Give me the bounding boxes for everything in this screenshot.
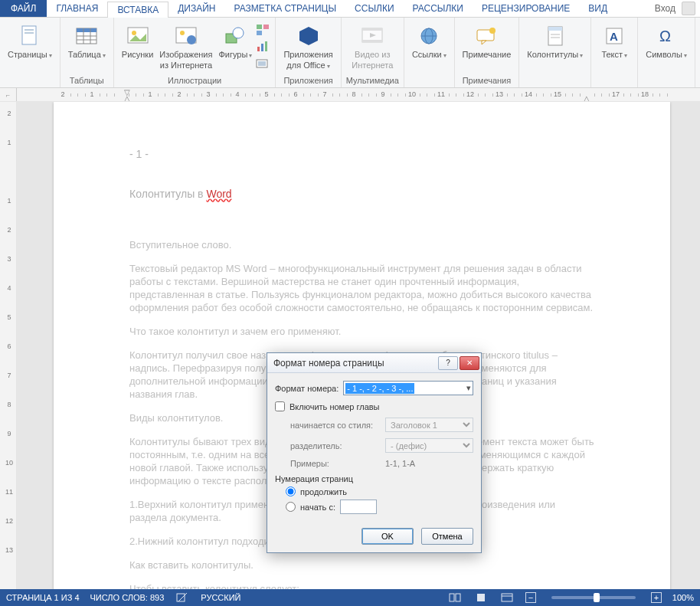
chevron-down-icon: ▾: [466, 383, 471, 393]
group-symbols: Ω Символы: [638, 18, 695, 87]
pages-button[interactable]: Страницы: [5, 19, 55, 62]
video-label-2: Интернета: [352, 61, 393, 70]
read-mode-icon[interactable]: [447, 591, 463, 604]
headerfooter-icon: [543, 24, 568, 48]
symbols-label: Символы: [646, 50, 687, 61]
document-canvas[interactable]: - 1 - Колонтитулы в Word Вступительное с…: [17, 102, 700, 589]
table-icon: [74, 24, 99, 48]
svg-rect-18: [257, 31, 262, 35]
start-at-radio[interactable]: [286, 502, 296, 512]
links-button[interactable]: Ссылки: [409, 19, 450, 62]
pictures-button[interactable]: Рисунки: [119, 19, 157, 61]
number-format-select[interactable]: - 1 -, - 2 -, - 3 -, ... ▾: [343, 381, 473, 395]
group-apps-label: Приложения: [280, 75, 335, 87]
start-at-input[interactable]: [340, 500, 377, 514]
login-link[interactable]: Вход: [655, 3, 679, 14]
tab-mailings[interactable]: РАССЫЛКИ: [404, 1, 473, 16]
user-avatar[interactable]: [682, 2, 695, 15]
shapes-icon: [223, 24, 247, 48]
text-button[interactable]: A Текст: [596, 19, 633, 62]
page-number-format-dialog: Формат номера страницы ? ✕ Формат номера…: [267, 352, 482, 553]
print-layout-icon[interactable]: [473, 591, 489, 604]
zoom-thumb[interactable]: [594, 593, 600, 602]
examples-label: Примеры:: [290, 459, 381, 468]
starts-style-label: начинается со стиля:: [290, 421, 381, 430]
group-symbols-label: [643, 75, 690, 87]
status-zoom[interactable]: 100%: [672, 593, 694, 602]
apps-office-button[interactable]: Приложения для Office: [280, 19, 335, 73]
page-icon: [18, 24, 42, 48]
status-language[interactable]: РУССКИЙ: [201, 593, 240, 602]
online-video-button: Видео из Интернета: [348, 19, 396, 71]
symbols-button[interactable]: Ω Символы: [643, 19, 690, 62]
svg-text:A: A: [610, 30, 618, 43]
video-icon: [360, 24, 384, 48]
include-chapter-checkbox[interactable]: [275, 401, 285, 411]
ruler-corner: ⌐: [0, 88, 17, 101]
number-format-value: - 1 -, - 2 -, - 3 -, ...: [345, 383, 414, 394]
status-page[interactable]: СТРАНИЦА 1 ИЗ 4: [6, 593, 80, 602]
status-words[interactable]: ЧИСЛО СЛОВ: 893: [90, 593, 165, 602]
svg-line-45: [178, 593, 187, 601]
group-headerfooter: Колонтитулы: [519, 18, 591, 87]
separator-select: - (дефис): [385, 438, 473, 453]
smartart-icon[interactable]: [255, 22, 270, 38]
tab-review[interactable]: РЕЦЕНЗИРОВАНИЕ: [473, 1, 579, 16]
svg-marker-24: [299, 27, 318, 45]
tab-insert[interactable]: ВСТАВКА: [107, 2, 168, 18]
svg-rect-23: [258, 61, 266, 66]
text-label: Текст: [601, 50, 627, 61]
group-text: A Текст: [591, 18, 638, 87]
tab-references[interactable]: ССЫЛКИ: [345, 1, 403, 16]
links-label: Ссылки: [412, 50, 446, 61]
ruler-horizontal[interactable]: 211234567891011121314151718▽△△: [17, 88, 700, 101]
online-pictures-button[interactable]: Изображения из Интернета: [156, 19, 215, 71]
svg-point-13: [180, 31, 185, 35]
tab-design[interactable]: ДИЗАЙН: [168, 1, 224, 16]
screenshot-icon[interactable]: [255, 56, 270, 71]
dialog-close-button[interactable]: ✕: [460, 356, 479, 370]
examples-value: 1-1, 1-A: [385, 459, 415, 468]
zoom-slider[interactable]: [551, 596, 636, 599]
tab-home[interactable]: ГЛАВНАЯ: [47, 1, 107, 16]
continue-label: продолжить: [300, 487, 347, 496]
web-layout-icon[interactable]: [499, 591, 515, 604]
svg-point-10: [132, 31, 136, 35]
zoom-out-button[interactable]: −: [525, 592, 536, 603]
group-comments: Примечание Примечания: [455, 18, 520, 87]
tab-file[interactable]: ФАЙЛ: [0, 0, 47, 17]
dialog-titlebar[interactable]: Формат номера страницы ? ✕: [267, 353, 481, 373]
ruler-vertical[interactable]: 2112345678910111213: [0, 102, 17, 589]
group-apps: Приложения для Office Приложения: [276, 18, 341, 87]
dialog-title: Формат номера страницы: [273, 358, 437, 369]
svg-rect-0: [22, 26, 36, 44]
apps-icon: [296, 24, 321, 48]
pictures-label: Рисунки: [122, 50, 154, 59]
svg-rect-48: [477, 594, 485, 601]
headerfooter-button[interactable]: Колонтитулы: [524, 19, 586, 62]
shapes-button[interactable]: Фигуры: [215, 19, 255, 62]
table-button[interactable]: Таблица: [65, 19, 109, 62]
tab-layout[interactable]: РАЗМЕТКА СТРАНИЦЫ: [225, 1, 346, 16]
zoom-in-button[interactable]: +: [651, 592, 662, 603]
chart-icon[interactable]: [255, 39, 270, 54]
svg-rect-4: [77, 28, 96, 32]
group-links-label: [409, 75, 450, 87]
svg-rect-44: [177, 594, 185, 601]
comment-button[interactable]: Примечание: [460, 19, 515, 61]
pages-label: Страницы: [8, 50, 52, 61]
text-icon: A: [602, 24, 626, 48]
group-tables-label: Таблицы: [65, 75, 109, 87]
dialog-body: Формат номера: - 1 -, - 2 -, - 3 -, ... …: [267, 373, 481, 523]
cancel-button[interactable]: Отмена: [421, 528, 473, 545]
continue-radio[interactable]: [286, 486, 296, 496]
svg-point-12: [187, 35, 196, 44]
group-tables: Таблица Таблицы: [61, 18, 114, 87]
tab-view[interactable]: ВИД: [579, 1, 617, 16]
spellcheck-icon[interactable]: [175, 591, 190, 604]
svg-text:Ω: Ω: [659, 28, 671, 44]
dialog-help-button[interactable]: ?: [438, 356, 458, 370]
ok-button[interactable]: OK: [361, 528, 414, 545]
starts-style-select: Заголовок 1: [385, 418, 473, 432]
svg-rect-2: [25, 32, 34, 34]
